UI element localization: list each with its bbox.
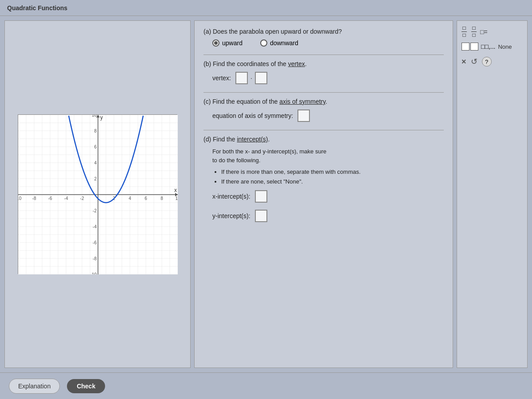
- radio-circle-upward[interactable]: [212, 39, 219, 47]
- radio-downward-label: downward: [270, 39, 298, 47]
- vertex-link[interactable]: vertex: [288, 60, 305, 67]
- questions-panel: (a) Does the parabola open upward or dow…: [194, 20, 453, 368]
- question-a: (a) Does the parabola open upward or dow…: [203, 28, 444, 47]
- frac-denominator: □: [462, 32, 466, 38]
- divider-bc: [203, 92, 444, 93]
- toolbar-row-boxes: □□,... None: [462, 43, 523, 51]
- question-b-label: (b) Find the coordinates of the vertex.: [203, 60, 444, 67]
- graph-canvas: [18, 115, 178, 274]
- toolbar-help-button[interactable]: ?: [482, 57, 492, 66]
- bullet-2: If there are none, select "None".: [221, 178, 444, 186]
- question-c-label: (c) Find the equation of the axis of sym…: [203, 98, 444, 105]
- dot-separator: ·: [250, 74, 252, 82]
- question-c: (c) Find the equation of the axis of sym…: [203, 98, 444, 122]
- y-intercept-box[interactable]: [255, 210, 267, 222]
- divider-ab: [203, 55, 444, 55]
- axis-box[interactable]: [297, 110, 310, 122]
- answer-row-y: y-intercept(s):: [212, 210, 444, 222]
- toolbar-undo-button[interactable]: ↺: [471, 57, 477, 66]
- y-intercept-label: y-intercept(s):: [212, 212, 250, 219]
- divider-cd: [203, 130, 444, 130]
- radio-upward-label: upward: [222, 39, 243, 47]
- graph-panel: [4, 20, 191, 368]
- radio-group-a: upward downward: [212, 39, 444, 47]
- question-d: (d) Find the intercept(s). For both the …: [203, 136, 444, 222]
- radio-downward[interactable]: downward: [260, 39, 298, 47]
- bottom-bar: Explanation Check: [0, 372, 532, 399]
- toolbar-box-1[interactable]: [462, 43, 469, 51]
- mixed-fraction: □ □: [471, 25, 477, 38]
- toolbar-boxes: [462, 43, 478, 51]
- toolbar-actions: × ↺ ?: [462, 57, 523, 66]
- answer-row-b: vertex: ·: [212, 72, 444, 84]
- x-intercept-label: x-intercept(s):: [212, 193, 250, 200]
- bullet-1: If there is more than one, separate them…: [221, 168, 444, 176]
- vertex-boxes: ·: [235, 72, 267, 84]
- mixed-num: □: [472, 25, 475, 31]
- toolbar-panel: □ □ □ □ □= □□,... None: [457, 20, 528, 368]
- mixed-den: □: [472, 32, 475, 38]
- vertex-y-box[interactable]: [255, 72, 267, 84]
- question-b: (b) Find the coordinates of the vertex. …: [203, 60, 444, 84]
- question-d-label: (d) Find the intercept(s).: [203, 136, 444, 143]
- answer-row-c: equation of axis of symmetry:: [212, 110, 444, 122]
- toolbar-simple-fraction[interactable]: □ □: [462, 25, 467, 38]
- toolbar-eq[interactable]: □=: [480, 28, 488, 35]
- toolbar-ellipsis[interactable]: □□,...: [481, 43, 495, 50]
- frac-numerator: □: [462, 25, 466, 31]
- instructions-text: For both the x- and y-intercept(s), make…: [212, 147, 444, 164]
- radio-upward[interactable]: upward: [212, 39, 243, 47]
- answer-row-x: x-intercept(s):: [212, 190, 444, 203]
- vertex-answer-label: vertex:: [212, 74, 231, 82]
- axis-symmetry-link[interactable]: axis of symmetry: [279, 98, 325, 105]
- toolbar-row-fractions: □ □ □ □ □=: [462, 25, 523, 38]
- graph-container: [18, 114, 177, 274]
- top-bar-title: Quadratic Functions: [7, 4, 67, 12]
- toolbar-box-2[interactable]: [470, 43, 478, 51]
- main-content: (a) Does the parabola open upward or dow…: [0, 16, 532, 372]
- question-a-label: (a) Does the parabola open upward or dow…: [203, 28, 444, 35]
- toolbar-mixed-fraction[interactable]: □ □: [470, 25, 477, 38]
- toolbar-x-button[interactable]: ×: [462, 57, 466, 66]
- explanation-button[interactable]: Explanation: [9, 379, 60, 394]
- vertex-x-box[interactable]: [235, 72, 248, 84]
- toolbar-none[interactable]: None: [498, 43, 512, 50]
- x-intercept-box[interactable]: [255, 190, 267, 203]
- top-bar: Quadratic Functions: [0, 0, 532, 16]
- radio-circle-downward[interactable]: [260, 39, 267, 47]
- check-button[interactable]: Check: [67, 379, 105, 393]
- intercepts-link[interactable]: intercept(s): [237, 136, 268, 143]
- bullet-list: If there is more than one, separate them…: [221, 168, 444, 186]
- axis-answer-label: equation of axis of symmetry:: [212, 112, 293, 119]
